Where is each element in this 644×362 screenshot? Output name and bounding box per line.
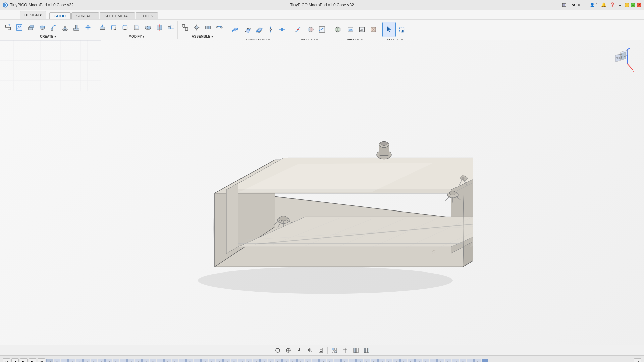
shell-button[interactable]: [131, 22, 142, 33]
timeline-item[interactable]: ○: [341, 359, 348, 362]
midplane-button[interactable]: [254, 24, 265, 35]
create-label[interactable]: CREATE ▾: [40, 34, 56, 39]
timeline-item[interactable]: □: [467, 359, 474, 362]
move-button[interactable]: [83, 22, 93, 33]
assemble-new-component[interactable]: [180, 22, 191, 33]
offset-plane-button[interactable]: [228, 22, 242, 37]
timeline-item[interactable]: ○: [474, 359, 481, 362]
timeline-item[interactable]: □: [290, 359, 297, 362]
measure-button[interactable]: [291, 22, 305, 37]
timeline-item[interactable]: ⬡: [54, 359, 60, 362]
timeline-item[interactable]: ○: [98, 359, 105, 362]
timeline-item[interactable]: ⬡: [150, 359, 156, 362]
timeline-item[interactable]: □: [305, 359, 311, 362]
sketch-button[interactable]: [14, 22, 25, 33]
timeline-item[interactable]: □: [179, 359, 186, 362]
timeline-item[interactable]: □: [68, 359, 75, 362]
maximize-button[interactable]: □: [631, 3, 635, 7]
timeline-item[interactable]: □: [364, 359, 370, 362]
timeline-item[interactable]: ⬡: [186, 359, 193, 362]
more-icon[interactable]: ≡: [619, 2, 621, 7]
timeline-item[interactable]: □: [223, 359, 230, 362]
timeline-item[interactable]: ○: [216, 359, 223, 362]
tab-solid[interactable]: SOLID: [49, 12, 71, 19]
tab-tools[interactable]: TOOLS: [136, 12, 158, 19]
tab-surface[interactable]: SURFACE: [71, 12, 99, 19]
point-button[interactable]: [277, 24, 287, 35]
timeline-item[interactable]: ○: [164, 359, 171, 362]
timeline-item[interactable]: ⬡: [319, 359, 326, 362]
timeline-item[interactable]: □: [268, 359, 274, 362]
timeline-item[interactable]: ○: [253, 359, 260, 362]
timeline-item[interactable]: □: [423, 359, 429, 362]
timeline-item[interactable]: □: [400, 359, 407, 362]
3d-model[interactable]: C: [171, 93, 473, 300]
timeline-item[interactable]: □: [378, 359, 385, 362]
timeline-item[interactable]: ▲: [482, 359, 488, 362]
timeline-item[interactable]: □: [445, 359, 451, 362]
interference-button[interactable]: [305, 24, 316, 35]
timeline-item[interactable]: □: [282, 359, 289, 362]
timeline-item[interactable]: □: [415, 359, 422, 362]
timeline-item[interactable]: ○: [135, 359, 142, 362]
help-icon[interactable]: ❓: [610, 2, 615, 7]
viewport[interactable]: C Z X TOP FRONT RIGHT: [0, 40, 644, 345]
assemble-label[interactable]: ASSEMBLE ▾: [192, 34, 213, 39]
chamfer-button[interactable]: [120, 22, 130, 33]
timeline-item[interactable]: □: [356, 359, 363, 362]
timeline-item[interactable]: ⬡: [105, 359, 112, 362]
combine-button[interactable]: [143, 22, 153, 33]
orbit-button[interactable]: [274, 346, 282, 354]
view-settings-button[interactable]: [352, 346, 360, 354]
timeline-item[interactable]: □: [83, 359, 90, 362]
timeline-item[interactable]: □: [61, 359, 68, 362]
timeline-item[interactable]: □: [334, 359, 341, 362]
revolve-button[interactable]: [37, 22, 48, 33]
joint-button[interactable]: [191, 22, 202, 33]
timeline-next[interactable]: ▶: [29, 358, 36, 362]
timeline-play[interactable]: ▶: [20, 358, 28, 362]
orbit-mode-button[interactable]: [284, 346, 292, 354]
timeline-item[interactable]: ⬡: [408, 359, 415, 362]
timeline-item[interactable]: □: [349, 359, 356, 362]
timeline-item[interactable]: □: [430, 359, 437, 362]
timeline-item[interactable]: □: [312, 359, 319, 362]
timeline-item[interactable]: □: [91, 359, 97, 362]
timeline-item[interactable]: □: [142, 359, 149, 362]
analysis-button[interactable]: [317, 24, 327, 35]
timeline-item[interactable]: □: [127, 359, 134, 362]
nav-cube[interactable]: Z X TOP FRONT RIGHT: [607, 47, 634, 74]
display-mode-button[interactable]: [330, 346, 338, 354]
rib-button[interactable]: [71, 22, 82, 33]
axis-button[interactable]: [265, 24, 276, 35]
close-button[interactable]: ✕: [637, 3, 641, 7]
timeline-item[interactable]: □: [172, 359, 178, 362]
timeline-item[interactable]: ⬡: [460, 359, 466, 362]
timeline-item[interactable]: □: [260, 359, 267, 362]
timeline-item[interactable]: □: [194, 359, 201, 362]
canvas-button[interactable]: [368, 24, 379, 35]
extrude-button[interactable]: [25, 22, 36, 33]
timeline-settings[interactable]: ⚙: [634, 358, 641, 362]
timeline-item[interactable]: □: [113, 359, 119, 362]
timeline-item[interactable]: ○: [76, 359, 83, 362]
timeline-item[interactable]: ⬡: [46, 359, 53, 362]
pan-button[interactable]: [295, 346, 303, 354]
modify-label[interactable]: MODIFY ▾: [129, 34, 144, 39]
sweep-button[interactable]: [48, 22, 59, 33]
design-dropdown[interactable]: DESIGN ▾: [20, 11, 46, 19]
timeline-item[interactable]: ⬡: [275, 359, 282, 362]
insert-mesh-button[interactable]: [331, 22, 344, 37]
timeline-prev[interactable]: ◀: [11, 358, 19, 362]
split-body-button[interactable]: [154, 22, 165, 33]
timeline-prev-all[interactable]: ⏮: [3, 358, 10, 362]
window-select-button[interactable]: [396, 24, 407, 35]
zoom-window-button[interactable]: [317, 346, 325, 354]
scale-button[interactable]: [165, 22, 176, 33]
timeline-item[interactable]: ○: [393, 359, 400, 362]
insert-dxf-button[interactable]: DXF: [357, 24, 367, 35]
rigid-group-button[interactable]: [203, 22, 213, 33]
timeline-item[interactable]: □: [201, 359, 208, 362]
timeline-next-all[interactable]: ⏭: [38, 358, 45, 362]
timeline-item[interactable]: □: [386, 359, 392, 362]
